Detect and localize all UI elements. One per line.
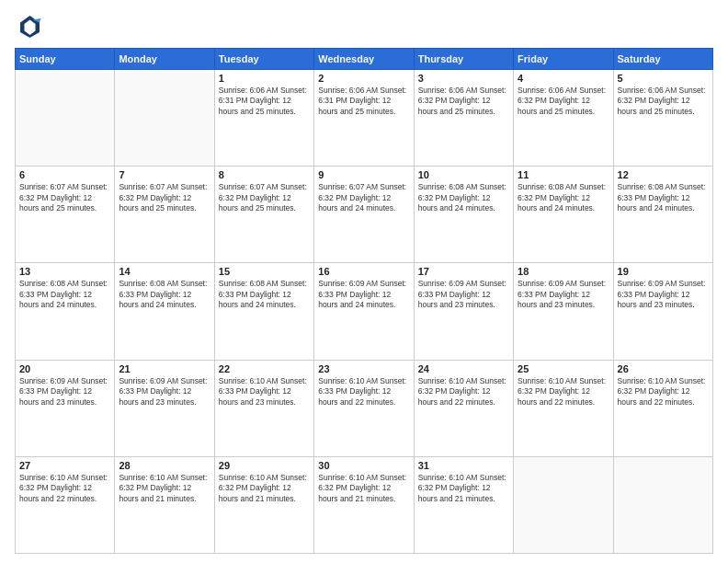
calendar-cell: 9Sunrise: 6:07 AM Sunset: 6:32 PM Daylig… <box>314 167 414 263</box>
calendar-cell: 15Sunrise: 6:08 AM Sunset: 6:33 PM Dayli… <box>214 263 313 360</box>
day-info: Sunrise: 6:10 AM Sunset: 6:32 PM Dayligh… <box>618 376 709 408</box>
calendar-cell: 19Sunrise: 6:09 AM Sunset: 6:33 PM Dayli… <box>613 263 712 360</box>
calendar-cell: 31Sunrise: 6:10 AM Sunset: 6:32 PM Dayli… <box>414 456 513 553</box>
calendar-cell <box>115 70 214 167</box>
header <box>15 13 713 40</box>
day-number: 21 <box>119 363 210 374</box>
day-number: 28 <box>119 460 210 471</box>
day-info: Sunrise: 6:06 AM Sunset: 6:31 PM Dayligh… <box>318 86 409 117</box>
calendar-week-row: 6Sunrise: 6:07 AM Sunset: 6:32 PM Daylig… <box>16 167 713 263</box>
day-info: Sunrise: 6:06 AM Sunset: 6:32 PM Dayligh… <box>418 86 509 117</box>
day-info: Sunrise: 6:07 AM Sunset: 6:32 PM Dayligh… <box>219 182 310 213</box>
day-info: Sunrise: 6:10 AM Sunset: 6:33 PM Dayligh… <box>318 376 409 408</box>
day-number: 2 <box>318 73 409 84</box>
calendar-cell: 10Sunrise: 6:08 AM Sunset: 6:32 PM Dayli… <box>414 167 513 263</box>
calendar-cell: 26Sunrise: 6:10 AM Sunset: 6:32 PM Dayli… <box>613 360 712 456</box>
day-info: Sunrise: 6:08 AM Sunset: 6:33 PM Dayligh… <box>19 279 110 310</box>
day-info: Sunrise: 6:10 AM Sunset: 6:32 PM Dayligh… <box>119 473 210 504</box>
calendar-cell: 1Sunrise: 6:06 AM Sunset: 6:31 PM Daylig… <box>214 70 313 167</box>
day-info: Sunrise: 6:09 AM Sunset: 6:33 PM Dayligh… <box>418 279 509 310</box>
day-info: Sunrise: 6:07 AM Sunset: 6:32 PM Dayligh… <box>318 182 409 213</box>
calendar-cell: 23Sunrise: 6:10 AM Sunset: 6:33 PM Dayli… <box>314 360 414 456</box>
calendar-cell: 18Sunrise: 6:09 AM Sunset: 6:33 PM Dayli… <box>514 263 613 360</box>
day-number: 31 <box>418 460 509 471</box>
calendar-cell: 28Sunrise: 6:10 AM Sunset: 6:32 PM Dayli… <box>115 456 214 553</box>
calendar-cell: 29Sunrise: 6:10 AM Sunset: 6:32 PM Dayli… <box>214 456 313 553</box>
day-number: 9 <box>318 169 409 180</box>
day-number: 24 <box>418 363 509 374</box>
calendar-cell: 8Sunrise: 6:07 AM Sunset: 6:32 PM Daylig… <box>214 167 313 263</box>
calendar-cell: 27Sunrise: 6:10 AM Sunset: 6:32 PM Dayli… <box>16 456 115 553</box>
day-number: 15 <box>219 266 310 277</box>
day-number: 1 <box>219 73 310 84</box>
day-info: Sunrise: 6:09 AM Sunset: 6:33 PM Dayligh… <box>618 279 709 310</box>
weekday-header: Monday <box>115 49 214 70</box>
day-number: 18 <box>518 266 609 277</box>
calendar-cell: 12Sunrise: 6:08 AM Sunset: 6:33 PM Dayli… <box>613 167 712 263</box>
calendar-cell: 22Sunrise: 6:10 AM Sunset: 6:33 PM Dayli… <box>214 360 313 456</box>
day-info: Sunrise: 6:07 AM Sunset: 6:32 PM Dayligh… <box>19 182 110 213</box>
calendar-cell: 17Sunrise: 6:09 AM Sunset: 6:33 PM Dayli… <box>414 263 513 360</box>
weekday-header: Tuesday <box>214 49 313 70</box>
calendar-cell: 13Sunrise: 6:08 AM Sunset: 6:33 PM Dayli… <box>16 263 115 360</box>
day-info: Sunrise: 6:10 AM Sunset: 6:32 PM Dayligh… <box>19 473 110 504</box>
day-info: Sunrise: 6:06 AM Sunset: 6:31 PM Dayligh… <box>219 86 310 117</box>
calendar-cell: 6Sunrise: 6:07 AM Sunset: 6:32 PM Daylig… <box>16 167 115 263</box>
day-info: Sunrise: 6:09 AM Sunset: 6:33 PM Dayligh… <box>318 279 409 310</box>
day-number: 17 <box>418 266 509 277</box>
calendar-cell <box>16 70 115 167</box>
day-info: Sunrise: 6:09 AM Sunset: 6:33 PM Dayligh… <box>119 376 210 408</box>
calendar-week-row: 1Sunrise: 6:06 AM Sunset: 6:31 PM Daylig… <box>16 70 713 167</box>
day-info: Sunrise: 6:08 AM Sunset: 6:32 PM Dayligh… <box>518 182 609 213</box>
calendar-header-row: SundayMondayTuesdayWednesdayThursdayFrid… <box>16 49 713 70</box>
day-number: 12 <box>618 169 709 180</box>
day-number: 19 <box>618 266 709 277</box>
day-info: Sunrise: 6:08 AM Sunset: 6:33 PM Dayligh… <box>119 279 210 310</box>
day-info: Sunrise: 6:10 AM Sunset: 6:32 PM Dayligh… <box>318 473 409 504</box>
day-info: Sunrise: 6:09 AM Sunset: 6:33 PM Dayligh… <box>19 376 110 408</box>
calendar-cell: 2Sunrise: 6:06 AM Sunset: 6:31 PM Daylig… <box>314 70 414 167</box>
calendar-cell: 3Sunrise: 6:06 AM Sunset: 6:32 PM Daylig… <box>414 70 513 167</box>
day-number: 8 <box>219 169 310 180</box>
day-number: 3 <box>418 73 509 84</box>
day-number: 14 <box>119 266 210 277</box>
day-info: Sunrise: 6:10 AM Sunset: 6:32 PM Dayligh… <box>418 473 509 504</box>
day-number: 22 <box>219 363 310 374</box>
calendar-cell: 11Sunrise: 6:08 AM Sunset: 6:32 PM Dayli… <box>514 167 613 263</box>
calendar-cell: 25Sunrise: 6:10 AM Sunset: 6:32 PM Dayli… <box>514 360 613 456</box>
day-number: 11 <box>518 169 609 180</box>
day-number: 27 <box>19 460 110 471</box>
day-number: 6 <box>19 169 110 180</box>
calendar-cell: 4Sunrise: 6:06 AM Sunset: 6:32 PM Daylig… <box>514 70 613 167</box>
day-number: 16 <box>318 266 409 277</box>
weekday-header: Wednesday <box>314 49 414 70</box>
day-number: 25 <box>518 363 609 374</box>
calendar-cell <box>514 456 613 553</box>
calendar-week-row: 20Sunrise: 6:09 AM Sunset: 6:33 PM Dayli… <box>16 360 713 456</box>
day-number: 29 <box>219 460 310 471</box>
day-number: 26 <box>618 363 709 374</box>
logo <box>15 13 46 40</box>
day-number: 20 <box>19 363 110 374</box>
day-info: Sunrise: 6:08 AM Sunset: 6:33 PM Dayligh… <box>219 279 310 310</box>
day-number: 30 <box>318 460 409 471</box>
day-info: Sunrise: 6:10 AM Sunset: 6:33 PM Dayligh… <box>219 376 310 408</box>
day-info: Sunrise: 6:10 AM Sunset: 6:32 PM Dayligh… <box>219 473 310 504</box>
day-info: Sunrise: 6:08 AM Sunset: 6:32 PM Dayligh… <box>418 182 509 213</box>
day-info: Sunrise: 6:09 AM Sunset: 6:33 PM Dayligh… <box>518 279 609 310</box>
day-number: 4 <box>518 73 609 84</box>
calendar-cell: 20Sunrise: 6:09 AM Sunset: 6:33 PM Dayli… <box>16 360 115 456</box>
weekday-header: Sunday <box>16 49 115 70</box>
calendar-cell: 14Sunrise: 6:08 AM Sunset: 6:33 PM Dayli… <box>115 263 214 360</box>
day-number: 10 <box>418 169 509 180</box>
weekday-header: Friday <box>514 49 613 70</box>
day-info: Sunrise: 6:10 AM Sunset: 6:32 PM Dayligh… <box>518 376 609 408</box>
calendar-cell <box>613 456 712 553</box>
day-info: Sunrise: 6:07 AM Sunset: 6:32 PM Dayligh… <box>119 182 210 213</box>
logo-icon <box>15 13 42 40</box>
calendar-cell: 24Sunrise: 6:10 AM Sunset: 6:32 PM Dayli… <box>414 360 513 456</box>
day-number: 13 <box>19 266 110 277</box>
weekday-header: Thursday <box>414 49 513 70</box>
page: SundayMondayTuesdayWednesdayThursdayFrid… <box>0 0 728 563</box>
calendar-table: SundayMondayTuesdayWednesdayThursdayFrid… <box>15 48 713 554</box>
